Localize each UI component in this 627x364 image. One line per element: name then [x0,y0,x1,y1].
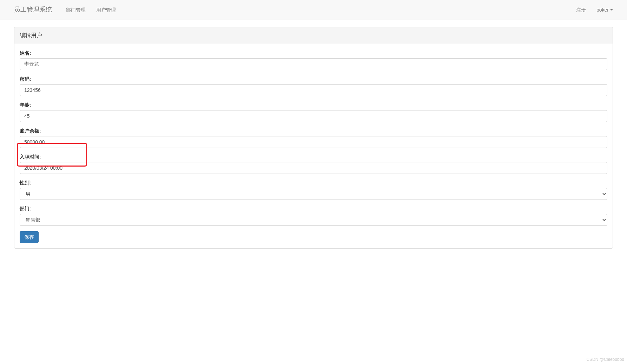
department-label: 部门: [20,205,31,212]
form-group-join-time: 入职时间: [20,153,607,174]
age-label: 年龄: [20,101,31,108]
caret-down-icon [610,9,613,11]
nav-link-department[interactable]: 部门管理 [61,1,91,19]
form-group-balance: 账户余额: [20,127,607,148]
gender-select[interactable]: 男 [20,188,607,200]
gender-label: 性别: [20,179,31,186]
join-time-label: 入职时间: [20,153,41,160]
save-button[interactable]: 保存 [20,231,39,243]
nav-link-register[interactable]: 注册 [571,1,591,19]
navbar-nav-right: 注册 poker [571,1,618,19]
form-group-password: 密码: [20,75,607,96]
password-input[interactable] [20,84,607,96]
form-group-department: 部门: 销售部 [20,205,607,226]
password-label: 密码: [20,75,31,82]
form-group-name: 姓名: [20,49,607,70]
edit-user-panel: 编辑用户 姓名: 密码: 年龄: 账户余额: [14,27,613,249]
balance-input[interactable] [20,136,607,148]
name-input[interactable] [20,58,607,70]
age-input[interactable] [20,110,607,122]
panel-title: 编辑用户 [14,27,613,44]
navbar-brand[interactable]: 员工管理系统 [5,0,57,20]
name-label: 姓名: [20,49,31,56]
balance-label: 账户余额: [20,127,41,134]
main-container: 编辑用户 姓名: 密码: 年龄: 账户余额: [0,20,627,263]
department-select[interactable]: 销售部 [20,214,607,226]
edit-user-form: 姓名: 密码: 年龄: 账户余额: 入职时间: [20,49,607,243]
panel-body: 姓名: 密码: 年龄: 账户余额: 入职时间: [14,44,613,248]
join-time-input[interactable] [20,162,607,174]
navbar-nav-left: 部门管理 用户管理 [61,1,121,19]
username-label: poker [596,6,609,13]
nav-link-user-dropdown[interactable]: poker [591,1,618,19]
form-group-gender: 性别: 男 [20,179,607,200]
form-group-age: 年龄: [20,101,607,122]
nav-link-user[interactable]: 用户管理 [91,1,121,19]
navbar: 员工管理系统 部门管理 用户管理 注册 poker [0,0,627,20]
